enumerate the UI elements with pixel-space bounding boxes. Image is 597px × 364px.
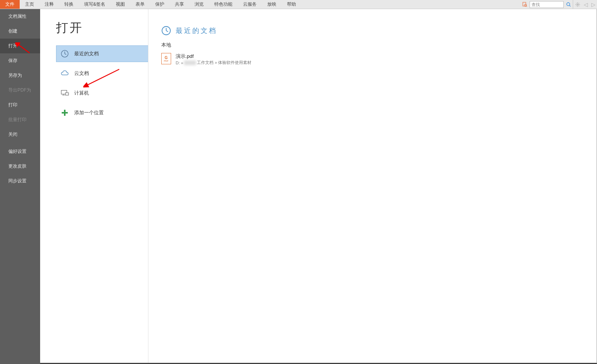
sidebar-open[interactable]: 打开 bbox=[0, 39, 40, 53]
search-input[interactable]: 查找 bbox=[530, 1, 564, 8]
menu-form[interactable]: 表单 bbox=[130, 0, 150, 9]
file-name: 演示.pdf bbox=[176, 53, 251, 60]
top-menu-bar: 文件 主页 注释 转换 填写&签名 视图 表单 保护 共享 浏览 特色功能 云服… bbox=[0, 0, 597, 9]
clock-icon bbox=[161, 26, 171, 36]
pdf-file-icon: G PDF bbox=[161, 53, 171, 64]
source-addlocation-label: 添加一个位置 bbox=[74, 109, 104, 116]
menu-convert[interactable]: 转换 bbox=[59, 0, 79, 9]
redacted-path-segment bbox=[184, 61, 196, 65]
nav-prev-icon[interactable]: ◁ bbox=[582, 0, 589, 9]
source-addlocation[interactable]: 添加一个位置 bbox=[56, 104, 148, 121]
search-go-icon[interactable] bbox=[564, 0, 573, 9]
menu-share[interactable]: 共享 bbox=[170, 0, 189, 9]
sidebar-batchprint[interactable]: 批量打印 bbox=[0, 112, 40, 127]
nav-next-icon[interactable]: ▷ bbox=[589, 0, 597, 9]
svg-rect-10 bbox=[65, 93, 69, 95]
menu-cloud[interactable]: 云服务 bbox=[238, 0, 262, 9]
sidebar-create[interactable]: 创建 bbox=[0, 24, 40, 39]
sidebar-preferences[interactable]: 偏好设置 bbox=[0, 144, 40, 159]
cloud-icon bbox=[61, 69, 69, 78]
sidebar-close[interactable]: 关闭 bbox=[0, 127, 40, 142]
menu-present[interactable]: 放映 bbox=[262, 0, 282, 9]
detail-section-label: 本地 bbox=[161, 42, 597, 48]
source-computer-label: 计算机 bbox=[74, 90, 89, 96]
sidebar-docprops[interactable]: 文档属性 bbox=[0, 9, 40, 24]
sidebar-skin[interactable]: 更改皮肤 bbox=[0, 159, 40, 174]
sidebar-sync[interactable]: 同步设置 bbox=[0, 174, 40, 188]
menu-view[interactable]: 视图 bbox=[111, 0, 130, 9]
svg-line-8 bbox=[65, 54, 66, 54]
svg-rect-14 bbox=[62, 112, 68, 114]
source-column: 打开 最近的文档 云文档 bbox=[40, 9, 148, 363]
menu-help[interactable]: 帮助 bbox=[282, 0, 301, 9]
detail-header: 最近的文档 bbox=[161, 26, 597, 36]
source-recent[interactable]: 最近的文档 bbox=[56, 45, 148, 62]
detail-column: 最近的文档 本地 G PDF 演示.pdf D: » 工作文档 » 体验软件使用… bbox=[148, 9, 597, 363]
source-cloud-label: 云文档 bbox=[74, 70, 89, 77]
menu-file[interactable]: 文件 bbox=[0, 0, 20, 9]
menu-fillsign[interactable]: 填写&签名 bbox=[79, 0, 111, 9]
plus-icon bbox=[61, 109, 69, 117]
page-title: 打开 bbox=[56, 20, 148, 36]
file-path: D: » 工作文档 » 体验软件使用素材 bbox=[176, 60, 251, 65]
file-row[interactable]: G PDF 演示.pdf D: » 工作文档 » 体验软件使用素材 bbox=[161, 51, 597, 67]
svg-point-3 bbox=[567, 3, 570, 6]
clock-icon bbox=[61, 50, 69, 58]
menu-protect[interactable]: 保护 bbox=[150, 0, 170, 9]
source-recent-label: 最近的文档 bbox=[74, 50, 99, 57]
menu-home[interactable]: 主页 bbox=[20, 0, 39, 9]
sidebar-export[interactable]: 导出PDF为 bbox=[0, 83, 40, 98]
svg-line-4 bbox=[569, 5, 571, 6]
source-computer[interactable]: 计算机 bbox=[56, 85, 148, 101]
svg-line-2 bbox=[526, 6, 527, 7]
gear-icon[interactable] bbox=[573, 0, 582, 9]
svg-line-17 bbox=[166, 31, 168, 32]
sidebar-saveas[interactable]: 另存为 bbox=[0, 68, 40, 83]
sidebar-save[interactable]: 保存 bbox=[0, 53, 40, 68]
svg-point-5 bbox=[577, 4, 578, 5]
source-cloud[interactable]: 云文档 bbox=[56, 65, 148, 82]
computer-icon bbox=[61, 89, 69, 97]
menu-comment[interactable]: 注释 bbox=[39, 0, 59, 9]
file-sidebar: 文档属性 创建 打开 保存 另存为 导出PDF为 打印 批量打印 关闭 偏好设置… bbox=[0, 9, 40, 364]
content-area: 打开 最近的文档 云文档 bbox=[40, 9, 597, 364]
menu-feature[interactable]: 特色功能 bbox=[209, 0, 238, 9]
detail-title: 最近的文档 bbox=[176, 26, 217, 35]
menu-browse[interactable]: 浏览 bbox=[189, 0, 209, 9]
search-doc-icon[interactable] bbox=[521, 0, 529, 9]
sidebar-print[interactable]: 打印 bbox=[0, 98, 40, 112]
